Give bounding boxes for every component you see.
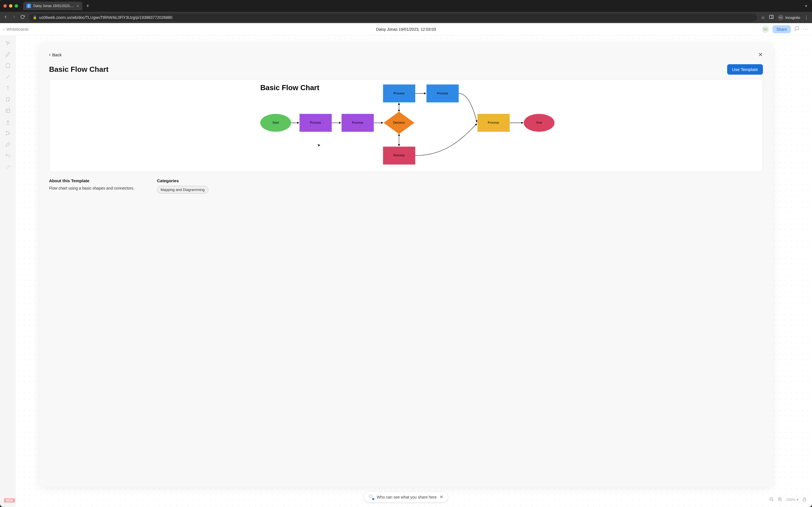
svg-text:Decision: Decision	[393, 121, 405, 124]
new-badge: NEW	[4, 498, 15, 503]
browser-menu-icon[interactable]: ⋮	[804, 15, 809, 20]
incognito-icon: 👓	[778, 15, 783, 20]
svg-text:End: End	[536, 121, 542, 124]
flow-title: Basic Flow Chart	[260, 83, 319, 92]
modal-close-button[interactable]: ✕	[758, 51, 763, 58]
new-tab-button[interactable]: +	[85, 3, 91, 9]
redo-tool[interactable]	[5, 164, 11, 170]
select-tool[interactable]	[5, 40, 11, 46]
zoom-controls: 100% ▾	[769, 497, 807, 502]
nav-buttons	[3, 15, 25, 20]
svg-text:Process: Process	[488, 121, 499, 124]
chevron-left-icon: ‹	[3, 27, 5, 32]
back-button[interactable]	[3, 15, 8, 20]
svg-text:Process: Process	[393, 92, 405, 95]
svg-rect-33	[803, 499, 806, 501]
panel-icon[interactable]	[769, 14, 774, 20]
breadcrumb[interactable]: ‹ Whiteboards	[3, 27, 29, 32]
traffic-lights	[3, 4, 18, 8]
template-modal: ‹ Back ✕ Basic Flow Chart Use Template B…	[40, 43, 772, 487]
svg-rect-2	[6, 64, 10, 67]
bookmark-star-icon[interactable]: ☆	[761, 15, 765, 20]
person-share-icon	[369, 495, 374, 500]
share-pill-close-icon[interactable]: ✕	[440, 494, 443, 500]
more-menu-icon[interactable]: ···	[803, 26, 809, 32]
svg-text:Process: Process	[352, 121, 363, 124]
undo-tool[interactable]	[5, 153, 11, 159]
svg-rect-0	[769, 15, 773, 18]
user-avatar[interactable]: DJ	[762, 25, 769, 33]
shape-tool[interactable]	[5, 62, 11, 69]
cursor-icon: ➤	[317, 143, 321, 148]
maximize-window-button[interactable]	[15, 4, 18, 8]
connector-tool[interactable]	[5, 130, 11, 136]
sticky-note-tool[interactable]	[5, 96, 11, 103]
urlbar-right: ☆ 👓 Incognito ⋮	[761, 14, 809, 20]
zoom-out-button[interactable]	[769, 497, 774, 502]
modal-title: Basic Flow Chart	[49, 65, 109, 74]
svg-text:Start: Start	[272, 121, 279, 124]
line-tool[interactable]	[5, 74, 11, 80]
share-button[interactable]: Share	[772, 25, 791, 33]
url-field[interactable]: 🔒 us06web.zoom.us/wb/doc/TLUgwvTtRhW4iL0…	[29, 13, 757, 21]
about-text: Flow chart using a basic shapes and conn…	[49, 186, 135, 190]
reload-button[interactable]	[20, 15, 25, 20]
tabs-dropdown-icon[interactable]: ▾	[805, 4, 809, 8]
svg-line-32	[781, 500, 782, 501]
flowchart-svg: Basic Flow Chart Start Process Process D…	[49, 79, 763, 172]
incognito-label: Incognito	[785, 15, 800, 20]
svg-point-7	[6, 131, 7, 132]
url-text: us06web.zoom.us/wb/doc/TLUgwvTtRhW4iL0Fl…	[39, 15, 172, 20]
minimize-window-button[interactable]	[9, 4, 12, 8]
about-heading: About this Template	[49, 178, 135, 183]
categories-section: Categories Mapping and Diagramming	[157, 178, 208, 193]
tab-close-icon[interactable]: ×	[77, 4, 79, 8]
zoom-favicon-icon: Z	[27, 4, 31, 8]
incognito-badge[interactable]: 👓 Incognito	[778, 15, 800, 20]
svg-text:Process: Process	[393, 154, 405, 157]
app-header: ‹ Whiteboards Daisy Jonas 19/01/2023, 12…	[0, 23, 812, 36]
category-chip[interactable]: Mapping and Diagramming	[157, 186, 208, 193]
left-toolbar	[0, 36, 16, 507]
modal-back-label: Back	[52, 52, 61, 57]
text-tool[interactable]	[5, 85, 11, 91]
browser-tab[interactable]: Z Daisy Jonas 19/01/2023, 12:03 ×	[23, 2, 82, 10]
lock-view-icon[interactable]	[802, 497, 807, 502]
pen-tool[interactable]	[5, 51, 11, 57]
chevron-left-icon: ‹	[49, 52, 50, 57]
lock-icon: 🔒	[33, 15, 37, 19]
template-info: About this Template Flow chart using a b…	[49, 178, 763, 193]
use-template-button[interactable]: Use Template	[727, 64, 763, 75]
app-area: ‹ Whiteboards Daisy Jonas 19/01/2023, 12…	[0, 23, 812, 507]
tab-title: Daisy Jonas 19/01/2023, 12:03	[33, 4, 74, 8]
svg-point-9	[6, 134, 7, 135]
template-preview: Basic Flow Chart Start Process Process D…	[49, 79, 763, 172]
forward-button[interactable]	[12, 15, 16, 20]
zoom-level[interactable]: 100% ▾	[786, 497, 799, 502]
svg-text:Process: Process	[310, 121, 321, 124]
url-bar: 🔒 us06web.zoom.us/wb/doc/TLUgwvTtRhW4iL0…	[0, 12, 812, 23]
zoom-in-button[interactable]	[777, 497, 783, 502]
close-window-button[interactable]	[3, 4, 7, 8]
categories-heading: Categories	[157, 178, 208, 183]
document-title: Daisy Jonas 19/01/2023, 12:03:03	[376, 27, 436, 32]
svg-line-3	[6, 75, 10, 78]
svg-rect-4	[6, 109, 10, 112]
svg-text:Process: Process	[437, 92, 448, 95]
titlebar: Z Daisy Jonas 19/01/2023, 12:03 × + ▾	[0, 0, 812, 12]
about-section: About this Template Flow chart using a b…	[49, 178, 135, 193]
template-tool[interactable]	[5, 108, 11, 114]
breadcrumb-label: Whiteboards	[6, 27, 29, 32]
share-pill-text: Who can see what you share here	[377, 495, 437, 499]
modal-back-button[interactable]: ‹ Back	[49, 52, 62, 57]
share-visibility-pill[interactable]: Who can see what you share here ✕	[364, 492, 448, 502]
svg-line-28	[772, 500, 773, 501]
browser-window: Z Daisy Jonas 19/01/2023, 12:03 × + ▾ 🔒 …	[0, 0, 812, 507]
eraser-tool[interactable]	[5, 142, 11, 148]
upload-tool[interactable]	[5, 119, 11, 125]
comment-icon[interactable]	[794, 26, 799, 32]
